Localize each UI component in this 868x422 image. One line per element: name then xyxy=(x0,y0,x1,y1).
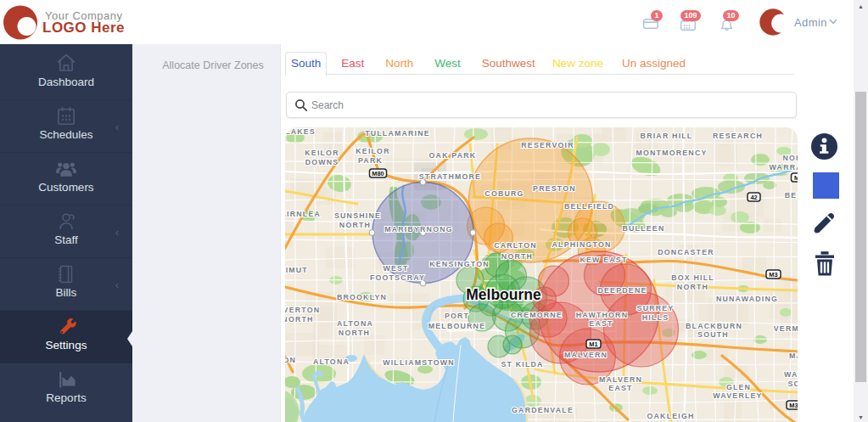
svg-text:DEEPDENE: DEEPDENE xyxy=(598,286,647,295)
svg-text:SO: SO xyxy=(787,380,798,388)
svg-text:DOWNS: DOWNS xyxy=(305,158,339,166)
svg-text:NORTH: NORTH xyxy=(339,221,371,229)
svg-text:VERMONT: VERMONT xyxy=(774,324,798,333)
svg-text:42: 42 xyxy=(750,194,757,201)
svg-text:BRIAR HILL: BRIAR HILL xyxy=(641,132,693,140)
svg-text:NORTH: NORTH xyxy=(339,329,370,337)
svg-text:M3: M3 xyxy=(789,402,798,409)
svg-text:BLACKBURN: BLACKBURN xyxy=(686,322,742,330)
svg-text:MARIBYRNONG: MARIBYRNONG xyxy=(384,225,453,234)
svg-text:SURREY: SURREY xyxy=(637,304,675,312)
svg-text:EAST: EAST xyxy=(608,384,632,392)
svg-text:ST KILDA: ST KILDA xyxy=(501,360,543,369)
svg-text:KENSINGTON: KENSINGTON xyxy=(429,260,490,268)
svg-text:M1: M1 xyxy=(589,340,597,348)
svg-text:GARDENVALE: GARDENVALE xyxy=(512,406,574,414)
svg-text:WAVERLEY: WAVERLEY xyxy=(713,391,762,400)
svg-text:STRATHMORE: STRATHMORE xyxy=(419,172,481,181)
svg-text:KEILOR: KEILOR xyxy=(305,149,339,157)
svg-text:PORT: PORT xyxy=(445,312,469,320)
svg-text:WILLIAMSTOWN: WILLIAMSTOWN xyxy=(383,358,455,367)
svg-text:MA: MA xyxy=(789,352,798,360)
svg-text:OAKLEIGH: OAKLEIGH xyxy=(647,412,694,420)
svg-text:ALTONA: ALTONA xyxy=(337,319,373,328)
svg-text:MALVERN: MALVERN xyxy=(599,375,642,384)
svg-text:COBURG: COBURG xyxy=(484,189,524,198)
svg-text:NUNAWADING: NUNAWADING xyxy=(716,295,778,303)
svg-text:ALPHINGTON: ALPHINGTON xyxy=(552,240,612,249)
svg-text:CAIRNLEA: CAIRNLEA xyxy=(285,210,321,218)
svg-text:BROOKLYN: BROOKLYN xyxy=(337,293,387,301)
svg-text:HAWTHORN: HAWTHORN xyxy=(576,311,628,319)
svg-text:HILLS: HILLS xyxy=(642,313,669,322)
svg-text:MALVERN: MALVERN xyxy=(564,351,608,359)
svg-text:MELBOURNE: MELBOURNE xyxy=(428,322,486,330)
svg-text:NOR: NOR xyxy=(782,154,798,162)
svg-text:MONTMORENCY: MONTMORENCY xyxy=(636,149,707,157)
svg-text:WAN: WAN xyxy=(784,370,798,379)
svg-text:M3: M3 xyxy=(769,271,777,279)
svg-text:TULLAMARINE: TULLAMARINE xyxy=(365,129,430,138)
svg-text:RESERVOIR: RESERVOIR xyxy=(521,141,574,149)
svg-text:CARLTON: CARLTON xyxy=(494,241,537,250)
svg-text:AVERTON: AVERTON xyxy=(285,306,320,314)
svg-text:M: M xyxy=(794,174,798,182)
svg-text:BE: BE xyxy=(785,191,798,200)
svg-text:OAK PARK: OAK PARK xyxy=(429,151,477,160)
svg-text:TON: TON xyxy=(285,356,296,364)
svg-text:ALTONA: ALTONA xyxy=(313,357,350,366)
svg-text:NORTH: NORTH xyxy=(677,283,708,291)
svg-text:WARRAN: WARRAN xyxy=(770,163,798,172)
svg-text:DONCASTER: DONCASTER xyxy=(658,248,714,256)
svg-text:KEILOR: KEILOR xyxy=(356,147,389,155)
svg-text:Melbourne: Melbourne xyxy=(466,286,541,303)
svg-text:WEST: WEST xyxy=(383,264,408,273)
svg-text:LAKES: LAKES xyxy=(285,127,316,136)
svg-text:KEW EAST: KEW EAST xyxy=(580,256,627,264)
svg-text:SUNSHINE: SUNSHINE xyxy=(334,211,381,220)
svg-text:BULLEEN: BULLEEN xyxy=(623,224,665,233)
svg-text:FOOTSCRAY: FOOTSCRAY xyxy=(370,273,425,282)
svg-text:NORTH: NORTH xyxy=(501,252,533,261)
svg-text:PARK: PARK xyxy=(358,156,383,165)
svg-text:RESEARCH: RESEARCH xyxy=(713,132,763,140)
svg-text:SOUTH: SOUTH xyxy=(697,330,729,339)
svg-text:GLEN: GLEN xyxy=(726,383,751,391)
svg-text:NORTH: NORTH xyxy=(285,315,314,324)
svg-text:RIMUT: RIMUT xyxy=(285,266,308,274)
svg-text:CREMORNE: CREMORNE xyxy=(511,311,563,319)
svg-text:EAST: EAST xyxy=(589,319,613,328)
svg-text:M80: M80 xyxy=(372,170,384,177)
svg-text:BOX HILL: BOX HILL xyxy=(671,273,714,282)
svg-text:PRESTON: PRESTON xyxy=(533,184,576,193)
svg-text:BELLFIELD: BELLFIELD xyxy=(564,202,614,211)
